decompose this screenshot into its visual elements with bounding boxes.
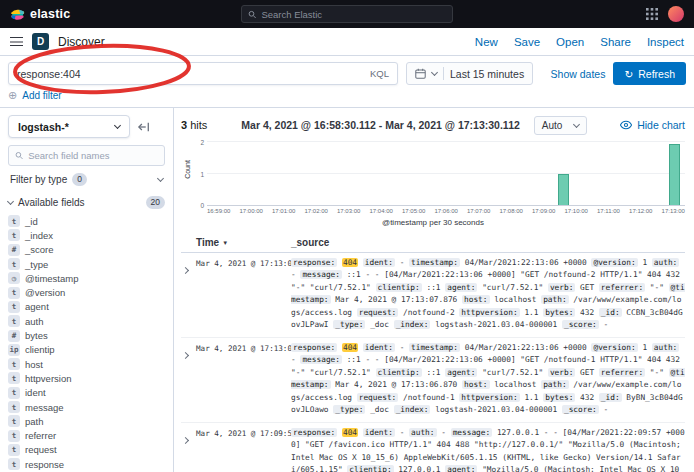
global-search[interactable] — [241, 5, 453, 23]
field-key: referrer: — [599, 283, 645, 292]
sidebar-field-auth[interactable]: tauth — [8, 314, 165, 328]
collapse-sidebar-icon[interactable] — [138, 121, 150, 133]
date-picker[interactable]: Last 15 minutes — [406, 62, 533, 85]
show-dates-button[interactable]: Show dates — [551, 68, 606, 80]
sidebar-field-message[interactable]: tmessage — [8, 400, 165, 414]
documents-table: Time ▼ _source Mar 4, 2021 @ 17:13:07.87… — [181, 234, 685, 472]
refresh-button[interactable]: ↻ Refresh — [613, 62, 686, 85]
sidebar-field-ident[interactable]: tident — [8, 386, 165, 400]
field-key: message: — [300, 270, 342, 279]
field-value: 04/Mar/2021:22:13:06 +0000 — [465, 258, 587, 267]
field-value: - — [400, 428, 405, 437]
sidebar-field-type[interactable]: t_type — [8, 257, 165, 271]
table-rows: Mar 4, 2021 @ 17:13:07.876response: 404 … — [181, 253, 685, 472]
chevron-right-icon — [182, 267, 189, 274]
doc-row: Mar 4, 2021 @ 17:13:06.870response: 404 … — [181, 338, 685, 423]
filter-by-type[interactable]: Filter by type 0 — [8, 173, 165, 186]
field-name: path — [25, 416, 44, 427]
field-value: /notfound-2 — [403, 308, 455, 317]
app-badge[interactable]: D — [32, 33, 49, 50]
field-name: referrer — [25, 430, 56, 441]
field-type-icon: t — [8, 401, 20, 413]
x-axis-label: @timestamp per 30 seconds — [181, 218, 685, 227]
field-value: "-" — [650, 283, 664, 292]
sidebar-field-id[interactable]: t_id — [8, 214, 165, 228]
expand-doc-icon[interactable] — [181, 257, 196, 332]
query-bar: KQL Last 15 minutes Show dates ↻ Refresh — [0, 56, 694, 90]
nav-action-open[interactable]: Open — [556, 36, 584, 48]
field-name: response — [25, 459, 64, 470]
app-navbar: D Discover NewSaveOpenShareInspect — [0, 28, 694, 56]
add-filter-button[interactable]: Add filter — [22, 90, 61, 101]
sidebar-field-path[interactable]: tpath — [8, 414, 165, 428]
user-avatar[interactable] — [668, 6, 684, 22]
nav-action-inspect[interactable]: Inspect — [647, 36, 684, 48]
histogram-bar[interactable] — [669, 144, 680, 205]
field-search[interactable] — [8, 145, 165, 166]
sidebar-field-score[interactable]: #_score — [8, 243, 165, 257]
field-key: _score: — [562, 405, 599, 414]
field-name: _index — [25, 230, 53, 241]
sidebar-field-index[interactable]: t_index — [8, 228, 165, 242]
discover-main: 3 hits Mar 4, 2021 @ 16:58:30.112 - Mar … — [174, 108, 694, 472]
field-key: host: — [462, 295, 489, 304]
expand-doc-icon[interactable] — [181, 342, 196, 417]
available-fields-header[interactable]: Available fields 20 — [8, 196, 165, 209]
apps-grid-icon[interactable] — [646, 8, 658, 20]
field-key: bytes: — [543, 393, 575, 402]
sidebar-field-request[interactable]: trequest — [8, 443, 165, 457]
field-type-icon: # — [8, 244, 20, 256]
sidebar-field-version[interactable]: t@version — [8, 285, 165, 299]
sidebar-field-response[interactable]: tresponse — [8, 457, 165, 471]
time-column-header[interactable]: Time ▼ — [181, 237, 291, 248]
histogram-bar[interactable] — [558, 174, 569, 205]
sidebar-field-agent[interactable]: tagent — [8, 300, 165, 314]
field-value: GET — [580, 368, 594, 377]
field-key: httpversion: — [459, 393, 519, 402]
menu-hamburger-icon[interactable] — [10, 37, 23, 46]
nav-action-save[interactable]: Save — [514, 36, 540, 48]
x-tick-label: 17:12:00 — [629, 208, 652, 214]
field-search-input[interactable] — [28, 150, 158, 161]
hide-chart-button[interactable]: Hide chart — [620, 119, 685, 131]
field-name: clientip — [25, 344, 55, 355]
nav-action-share[interactable]: Share — [600, 36, 631, 48]
field-key: timestamp: — [409, 258, 460, 267]
elastic-brand[interactable]: elastic — [10, 7, 70, 22]
sidebar-field-clientip[interactable]: ipclientip — [8, 343, 165, 357]
field-type-icon: t — [8, 287, 20, 299]
time-range-value[interactable]: Last 15 minutes — [450, 68, 524, 80]
sidebar-field-referrer[interactable]: treferrer — [8, 428, 165, 442]
field-value: 1.1 — [524, 308, 538, 317]
field-key: bytes: — [543, 308, 575, 317]
interval-select[interactable]: Auto — [534, 116, 588, 135]
field-name: ident — [25, 387, 46, 398]
field-name: message — [25, 402, 64, 413]
sidebar-field-bytes[interactable]: #bytes — [8, 328, 165, 342]
expand-doc-icon[interactable] — [181, 427, 196, 472]
type-filter-count: 0 — [72, 173, 87, 186]
sidebar-field-httpversion[interactable]: thttpversion — [8, 371, 165, 385]
nav-action-new[interactable]: New — [475, 36, 498, 48]
x-tick-label: 17:00:00 — [240, 208, 263, 214]
query-language-toggle[interactable]: KQL — [364, 68, 389, 79]
field-name: agent — [25, 301, 49, 312]
field-key: verb: — [548, 368, 575, 377]
field-key: auth: — [652, 258, 679, 267]
field-key: agent: — [445, 283, 477, 292]
gridline — [207, 141, 685, 142]
sidebar-field-timestamp[interactable]: ◷@timestamp — [8, 271, 165, 285]
query-input[interactable] — [17, 68, 364, 80]
index-pattern-select[interactable]: logstash-* — [8, 115, 130, 138]
field-value: 404 — [342, 258, 358, 267]
field-key: host: — [462, 380, 489, 389]
field-value: _doc — [370, 405, 389, 414]
field-key: @version: — [591, 258, 637, 267]
field-value: - — [291, 355, 296, 364]
global-header: elastic — [0, 0, 694, 28]
field-key: auth: — [409, 428, 436, 437]
field-key: _index: — [394, 320, 431, 329]
field-key: auth: — [652, 343, 679, 352]
global-search-input[interactable] — [261, 9, 446, 20]
sidebar-field-host[interactable]: thost — [8, 357, 165, 371]
